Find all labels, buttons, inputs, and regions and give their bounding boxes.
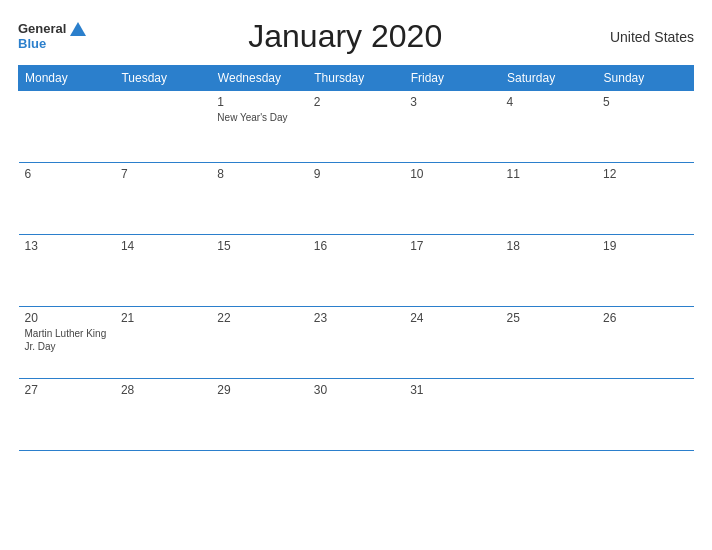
day-cell: 26 [597, 307, 693, 379]
calendar-header-row: MondayTuesdayWednesdayThursdayFridaySatu… [19, 66, 694, 91]
day-cell: 29 [211, 379, 307, 451]
day-cell: 6 [19, 163, 115, 235]
day-number: 17 [410, 239, 494, 253]
day-number: 28 [121, 383, 205, 397]
day-number: 31 [410, 383, 494, 397]
day-number: 13 [25, 239, 109, 253]
week-row-1: 1New Year's Day2345 [19, 91, 694, 163]
day-cell: 5 [597, 91, 693, 163]
day-number: 25 [507, 311, 591, 325]
day-number: 29 [217, 383, 301, 397]
day-cell: 20Martin Luther King Jr. Day [19, 307, 115, 379]
calendar-container: General Blue January 2020 United States … [0, 0, 712, 550]
day-cell: 15 [211, 235, 307, 307]
day-cell: 21 [115, 307, 211, 379]
day-cell: 30 [308, 379, 404, 451]
calendar-header: General Blue January 2020 United States [18, 18, 694, 55]
day-number: 21 [121, 311, 205, 325]
day-number: 11 [507, 167, 591, 181]
day-number: 2 [314, 95, 398, 109]
day-number: 18 [507, 239, 591, 253]
day-cell: 4 [501, 91, 597, 163]
day-number: 6 [25, 167, 109, 181]
day-number: 14 [121, 239, 205, 253]
day-number: 8 [217, 167, 301, 181]
day-cell [19, 91, 115, 163]
day-number: 26 [603, 311, 687, 325]
day-number: 23 [314, 311, 398, 325]
day-number: 7 [121, 167, 205, 181]
day-cell: 11 [501, 163, 597, 235]
day-cell: 13 [19, 235, 115, 307]
day-number: 10 [410, 167, 494, 181]
day-header-tuesday: Tuesday [115, 66, 211, 91]
logo: General Blue [18, 22, 86, 51]
day-cell [597, 379, 693, 451]
day-cell: 18 [501, 235, 597, 307]
day-cell: 14 [115, 235, 211, 307]
day-cell: 16 [308, 235, 404, 307]
day-number: 1 [217, 95, 301, 109]
logo-general-text: General [18, 22, 66, 36]
day-cell: 25 [501, 307, 597, 379]
day-header-sunday: Sunday [597, 66, 693, 91]
day-number: 5 [603, 95, 687, 109]
week-row-3: 13141516171819 [19, 235, 694, 307]
day-cell: 8 [211, 163, 307, 235]
day-cell: 10 [404, 163, 500, 235]
day-cell: 1New Year's Day [211, 91, 307, 163]
day-header-saturday: Saturday [501, 66, 597, 91]
day-header-monday: Monday [19, 66, 115, 91]
day-cell: 9 [308, 163, 404, 235]
day-number: 9 [314, 167, 398, 181]
day-number: 16 [314, 239, 398, 253]
day-number: 27 [25, 383, 109, 397]
day-cell: 17 [404, 235, 500, 307]
day-header-wednesday: Wednesday [211, 66, 307, 91]
week-row-2: 6789101112 [19, 163, 694, 235]
day-cell: 22 [211, 307, 307, 379]
day-cell [501, 379, 597, 451]
day-cell [115, 91, 211, 163]
day-number: 15 [217, 239, 301, 253]
day-number: 12 [603, 167, 687, 181]
day-number: 22 [217, 311, 301, 325]
country-label: United States [604, 29, 694, 45]
calendar-table: MondayTuesdayWednesdayThursdayFridaySatu… [18, 65, 694, 451]
day-number: 30 [314, 383, 398, 397]
day-number: 3 [410, 95, 494, 109]
day-cell: 7 [115, 163, 211, 235]
logo-triangle-icon [70, 22, 86, 36]
calendar-title: January 2020 [86, 18, 604, 55]
day-header-thursday: Thursday [308, 66, 404, 91]
day-cell: 19 [597, 235, 693, 307]
calendar-body: 1New Year's Day2345678910111213141516171… [19, 91, 694, 451]
day-header-friday: Friday [404, 66, 500, 91]
logo-blue-text: Blue [18, 37, 86, 51]
week-row-5: 2728293031 [19, 379, 694, 451]
day-cell: 2 [308, 91, 404, 163]
day-number: 20 [25, 311, 109, 325]
day-number: 4 [507, 95, 591, 109]
day-cell: 27 [19, 379, 115, 451]
week-row-4: 20Martin Luther King Jr. Day212223242526 [19, 307, 694, 379]
day-number: 19 [603, 239, 687, 253]
holiday-name: Martin Luther King Jr. Day [25, 327, 109, 353]
holiday-name: New Year's Day [217, 111, 301, 124]
day-cell: 3 [404, 91, 500, 163]
day-cell: 24 [404, 307, 500, 379]
day-cell: 28 [115, 379, 211, 451]
day-cell: 23 [308, 307, 404, 379]
day-cell: 12 [597, 163, 693, 235]
day-number: 24 [410, 311, 494, 325]
day-cell: 31 [404, 379, 500, 451]
